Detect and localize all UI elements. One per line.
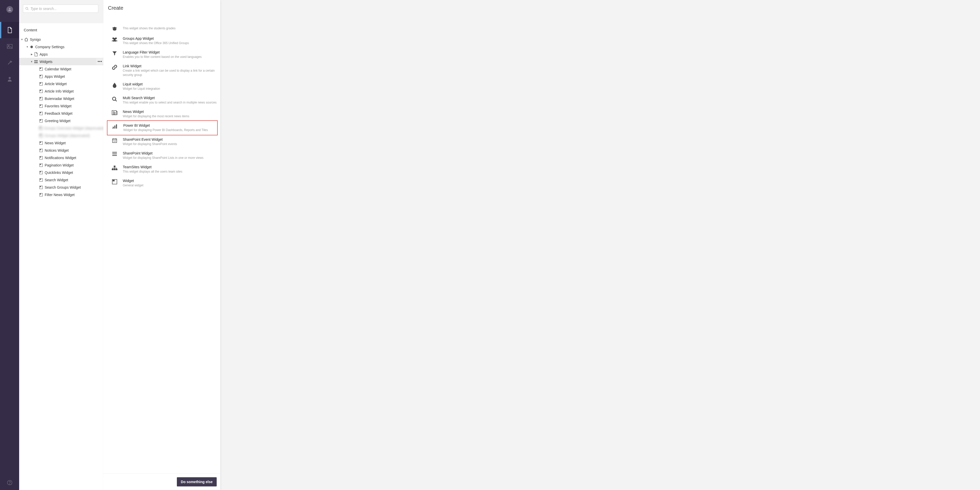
create-item[interactable]: SharePoint WidgetWidget for displaying S… bbox=[110, 149, 217, 162]
svg-rect-34 bbox=[40, 134, 41, 135]
tree-node-synigo[interactable]: ▼ Synigo bbox=[19, 36, 103, 43]
tree-widget-item[interactable]: Apps Widget bbox=[19, 73, 103, 80]
tree-widget-item[interactable]: Buienradar Widget bbox=[19, 95, 103, 102]
svg-point-54 bbox=[113, 97, 116, 100]
tree-widget-item[interactable]: Search Groups Widget bbox=[19, 184, 103, 191]
svg-rect-28 bbox=[40, 112, 41, 113]
tree-widget-item[interactable]: Filter News Widget bbox=[19, 191, 103, 198]
create-item[interactable]: Power BI WidgetWidget for displaying Pow… bbox=[107, 121, 218, 135]
caret-down-icon: ▼ bbox=[21, 38, 23, 41]
tree-widget-item[interactable]: Favorites Widget bbox=[19, 102, 103, 109]
tree-widget-item[interactable]: Quicklinks Widget bbox=[19, 169, 103, 176]
create-item[interactable]: Liquit widgetWidget for Liquit integrati… bbox=[110, 79, 217, 93]
create-list[interactable]: This widget shows the students grades Gr… bbox=[103, 23, 220, 473]
create-footer: Do something else bbox=[103, 473, 220, 490]
tree-node-label: Synigo bbox=[30, 38, 41, 41]
link-icon bbox=[110, 64, 120, 70]
tree-node-label: Favorites Widget bbox=[45, 104, 72, 108]
help-button[interactable] bbox=[7, 480, 13, 485]
tree-widget-item[interactable]: Article Widget bbox=[19, 80, 103, 87]
tree-node-label: Widgets bbox=[40, 60, 52, 64]
create-item-desc: Widget for Liquit integration bbox=[123, 87, 217, 91]
create-item-desc: Widget for displaying SharePoint events bbox=[123, 142, 217, 146]
create-item[interactable]: 14SharePoint Event WidgetWidget for disp… bbox=[110, 135, 217, 149]
svg-rect-30 bbox=[40, 120, 41, 120]
tree-widget-item[interactable]: News Widget bbox=[19, 139, 103, 147]
wrench-icon bbox=[7, 60, 13, 65]
tree-widget-item[interactable]: Greeting Widget bbox=[19, 117, 103, 124]
more-button[interactable] bbox=[96, 59, 103, 65]
tree-node-label: Quicklinks Widget bbox=[45, 171, 73, 174]
nav-content[interactable] bbox=[0, 22, 19, 38]
create-item[interactable]: News WidgetWidget for displaying the mos… bbox=[110, 107, 217, 121]
svg-rect-44 bbox=[40, 171, 41, 172]
create-item[interactable]: TeamSites WidgetThis widget displays all… bbox=[110, 162, 217, 176]
svg-rect-63 bbox=[112, 154, 117, 154]
search-field[interactable] bbox=[23, 5, 98, 13]
tree-node-label: Calendar Widget bbox=[45, 67, 71, 71]
widget-icon bbox=[39, 89, 43, 93]
nav-settings[interactable] bbox=[0, 55, 19, 71]
create-title: Create bbox=[103, 0, 220, 23]
news-icon bbox=[110, 109, 120, 115]
grades-icon bbox=[110, 26, 120, 31]
nav-users[interactable] bbox=[0, 71, 19, 87]
create-item-title: SharePoint Event Widget bbox=[123, 137, 217, 141]
widget-icon bbox=[39, 193, 43, 197]
create-item[interactable]: Language Filter WidgetEnables you to fil… bbox=[110, 48, 217, 62]
ellipsis-icon bbox=[98, 61, 102, 62]
tree-node-label: Search Groups Widget bbox=[45, 186, 81, 189]
tree-node-company-settings[interactable]: ▼ Company Settings bbox=[19, 43, 103, 51]
tree-widget-item[interactable]: Pagination Widget bbox=[19, 162, 103, 169]
tree-node-apps[interactable]: ▶ Apps bbox=[19, 51, 103, 58]
tree-node-widgets[interactable]: ▼ Widgets bbox=[19, 58, 103, 65]
create-item-title: Multi Search Widget bbox=[123, 96, 217, 100]
tree-widget-item[interactable]: Groups Widget (deprecated) bbox=[19, 132, 103, 139]
create-item[interactable]: Groups App WidgetThis widget shows the O… bbox=[110, 34, 217, 48]
svg-rect-20 bbox=[40, 82, 41, 83]
svg-rect-38 bbox=[40, 149, 41, 150]
tree-widget-item[interactable]: Notices Widget bbox=[19, 147, 103, 154]
create-item-desc: This widget enable you to select and sea… bbox=[123, 100, 217, 105]
avatar[interactable] bbox=[6, 6, 13, 13]
svg-rect-58 bbox=[116, 124, 117, 128]
do-something-else-button[interactable]: Do something else bbox=[177, 477, 217, 487]
svg-rect-36 bbox=[40, 142, 41, 142]
create-item-desc: Widget for displaying the most recent ne… bbox=[123, 114, 217, 118]
tree-node-label: Buienradar Widget bbox=[45, 97, 74, 101]
tree-widget-item[interactable]: Feedback Widget bbox=[19, 109, 103, 117]
nav-media[interactable] bbox=[0, 38, 19, 55]
search-input[interactable] bbox=[30, 6, 96, 11]
create-item[interactable]: Multi Search WidgetThis widget enable yo… bbox=[110, 93, 217, 107]
calendar-icon: 14 bbox=[110, 137, 120, 143]
list-icon bbox=[110, 151, 120, 156]
create-item[interactable]: WidgetGeneral widget bbox=[110, 176, 217, 190]
document-icon bbox=[34, 52, 38, 56]
tree-node-label: Groups Widget (deprecated) bbox=[45, 133, 90, 138]
widget-icon bbox=[39, 82, 43, 86]
tree-node-label: Apps bbox=[40, 52, 48, 56]
widget-icon bbox=[39, 141, 43, 145]
svg-rect-24 bbox=[40, 97, 41, 98]
tree-node-label: Notifications Widget bbox=[45, 156, 76, 160]
create-panel: Create This widget shows the students gr… bbox=[103, 0, 220, 490]
image-icon bbox=[7, 44, 13, 49]
svg-rect-70 bbox=[113, 180, 115, 181]
create-item-partial[interactable]: This widget shows the students grades bbox=[110, 23, 217, 34]
search-icon bbox=[25, 7, 30, 10]
widgets-icon bbox=[34, 60, 38, 64]
svg-rect-67 bbox=[114, 169, 115, 170]
tree-widget-item[interactable]: Search Widget bbox=[19, 176, 103, 184]
tree-widget-item[interactable]: Calendar Widget bbox=[19, 65, 103, 73]
panel-title: Content bbox=[19, 23, 103, 36]
content-tree[interactable]: ▼ Synigo ▼ Company Settings ▶ Apps ▼ bbox=[19, 36, 103, 489]
create-item[interactable]: Link WidgetCreate a link widget which ca… bbox=[110, 62, 217, 79]
svg-rect-16 bbox=[40, 68, 41, 68]
svg-rect-40 bbox=[40, 157, 41, 157]
tree-widget-item[interactable]: Groups Overview Widget (deprecated) bbox=[19, 124, 103, 132]
widget-icon bbox=[39, 75, 43, 79]
tree-widget-item[interactable]: Article Info Widget bbox=[19, 87, 103, 95]
svg-rect-18 bbox=[40, 75, 41, 76]
tree-widget-item[interactable]: Notifications Widget bbox=[19, 154, 103, 162]
svg-rect-46 bbox=[40, 179, 41, 179]
